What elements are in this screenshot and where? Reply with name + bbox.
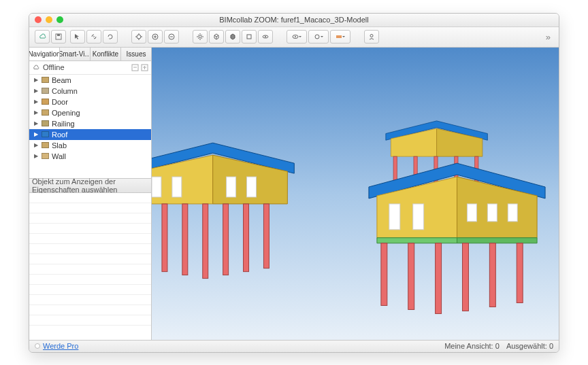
svg-rect-52 xyxy=(517,243,523,302)
svg-rect-47 xyxy=(381,243,387,305)
tab-smartviews[interactable]: Smart-Vi… xyxy=(60,48,91,60)
sync-button[interactable] xyxy=(103,30,118,44)
close-icon[interactable] xyxy=(35,16,42,23)
connection-row: Offline xyxy=(29,61,151,75)
window-title: BIMcollab ZOOM: furef1_Macaco_3D-Modell xyxy=(29,16,559,24)
prop-row xyxy=(29,285,151,295)
category-icon xyxy=(42,120,49,126)
tree-item-label: Beam xyxy=(52,76,71,84)
svg-point-2 xyxy=(137,35,141,39)
disclosure-triangle-icon: ▶ xyxy=(33,109,39,116)
wireframe-button[interactable] xyxy=(209,30,224,44)
tree-item-column[interactable]: ▶ Column xyxy=(29,86,151,97)
svg-rect-44 xyxy=(467,203,476,221)
body: Navigation Smart-Vi… Konflikte Issues Of… xyxy=(29,48,559,340)
fit-button[interactable] xyxy=(131,30,146,44)
category-icon xyxy=(42,131,49,137)
box-button[interactable] xyxy=(242,30,257,44)
save-button[interactable] xyxy=(51,30,66,44)
category-icon xyxy=(42,153,49,159)
disclosure-triangle-icon: ▶ xyxy=(33,120,39,126)
svg-marker-41 xyxy=(457,237,538,243)
upgrade-link[interactable]: Werde Pro xyxy=(43,342,78,350)
svg-point-5 xyxy=(199,35,201,38)
maximize-icon[interactable] xyxy=(56,16,63,23)
tree-item-railing[interactable]: ▶ Railing xyxy=(29,118,151,129)
prop-row xyxy=(29,224,151,234)
light-button[interactable] xyxy=(193,30,208,44)
disclosure-triangle-icon: ▶ xyxy=(33,131,39,137)
svg-rect-25 xyxy=(203,203,208,278)
prop-row xyxy=(29,264,151,275)
shaded-button[interactable] xyxy=(225,30,240,44)
svg-point-11 xyxy=(315,35,319,39)
minimize-icon[interactable] xyxy=(46,16,52,23)
zoom-in-button[interactable] xyxy=(148,30,163,44)
sidebar: Navigation Smart-Vi… Konflikte Issues Of… xyxy=(29,48,152,340)
tree-item-label: Wall xyxy=(52,152,66,160)
selected-count: Ausgewählt: 0 xyxy=(506,342,553,350)
category-icon xyxy=(42,77,49,83)
svg-rect-21 xyxy=(247,177,257,197)
tree-expand-icon[interactable] xyxy=(141,64,148,71)
svg-rect-20 xyxy=(227,177,236,197)
tree-item-label: Opening xyxy=(52,109,80,117)
cloud-icon xyxy=(32,65,40,71)
svg-rect-18 xyxy=(152,177,161,197)
tree-item-door[interactable]: ▶ Door xyxy=(29,97,151,107)
svg-rect-49 xyxy=(436,243,442,313)
prop-row xyxy=(29,203,151,213)
tree-item-label: Door xyxy=(52,98,68,106)
prop-row xyxy=(29,305,151,315)
sidebar-tabs: Navigation Smart-Vi… Konflikte Issues xyxy=(29,48,151,61)
app-window: BIMcollab ZOOM: furef1_Macaco_3D-Modell xyxy=(29,13,559,353)
style-dropdown[interactable] xyxy=(308,30,329,44)
orbit-button[interactable] xyxy=(258,30,273,44)
disclosure-triangle-icon: ▶ xyxy=(33,153,39,159)
prop-row xyxy=(29,254,151,264)
tree-item-opening[interactable]: ▶ Opening xyxy=(29,107,151,118)
disclosure-triangle-icon: ▶ xyxy=(33,77,39,83)
overflow-icon[interactable]: » xyxy=(546,32,553,42)
tree-collapse-icon[interactable] xyxy=(131,64,139,71)
layers-dropdown[interactable] xyxy=(330,30,350,44)
svg-rect-50 xyxy=(462,243,468,311)
tree-item-beam[interactable]: ▶ Beam xyxy=(29,75,151,86)
prop-row xyxy=(29,234,151,244)
svg-point-12 xyxy=(370,35,373,37)
user-button[interactable] xyxy=(364,30,379,44)
tab-navigation[interactable]: Navigation xyxy=(29,48,60,60)
tree-item-label: Column xyxy=(52,87,78,95)
visibility-dropdown[interactable] xyxy=(287,30,307,44)
svg-rect-6 xyxy=(247,35,251,39)
cloud-button[interactable] xyxy=(35,30,50,44)
model-tree: ▶ Beam▶ Column▶ Door▶ Opening▶ Railing▶ … xyxy=(29,75,151,162)
tree-item-roof[interactable]: ▶ Roof xyxy=(29,129,151,140)
3d-viewport[interactable] xyxy=(152,48,559,340)
zoom-out-button[interactable] xyxy=(164,30,179,44)
window-controls xyxy=(29,16,63,23)
properties-grid xyxy=(29,193,151,340)
category-icon xyxy=(42,109,49,116)
svg-rect-42 xyxy=(389,203,400,229)
svg-rect-48 xyxy=(408,243,414,309)
properties-placeholder: Objekt zum Anzeigen der Eigenschaften au… xyxy=(32,177,148,194)
tab-konflikte[interactable]: Konflikte xyxy=(91,48,121,60)
svg-marker-40 xyxy=(377,237,457,243)
svg-point-10 xyxy=(295,36,296,37)
svg-rect-23 xyxy=(162,203,167,271)
tree-item-wall[interactable]: ▶ Wall xyxy=(29,151,151,162)
tree-item-label: Slab xyxy=(52,141,67,150)
cursor-button[interactable] xyxy=(70,30,85,44)
status-dot-icon xyxy=(35,343,40,349)
prop-row xyxy=(29,275,151,285)
tree-item-slab[interactable]: ▶ Slab xyxy=(29,140,151,151)
svg-rect-45 xyxy=(487,203,497,221)
category-icon xyxy=(42,99,49,105)
disclosure-triangle-icon: ▶ xyxy=(33,99,39,105)
svg-rect-46 xyxy=(508,203,517,221)
tab-issues[interactable]: Issues xyxy=(121,48,151,60)
link-button[interactable] xyxy=(86,30,101,44)
category-icon xyxy=(42,88,49,94)
svg-rect-51 xyxy=(489,243,495,307)
